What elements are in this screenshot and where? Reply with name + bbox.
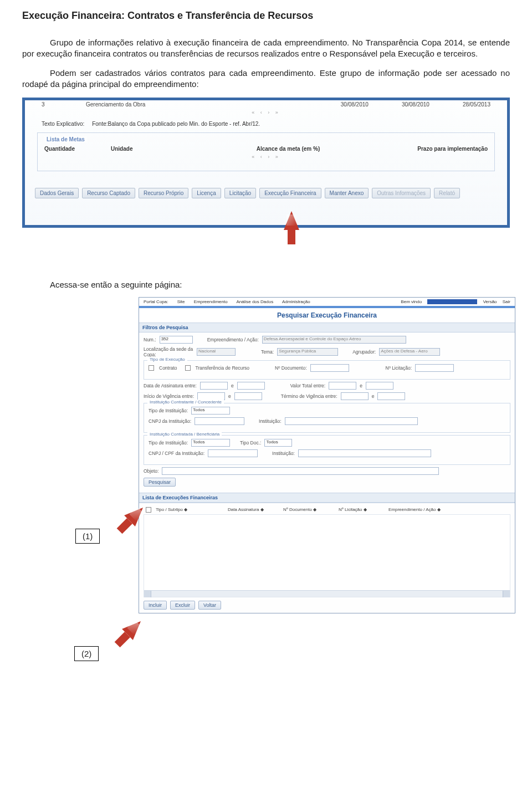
tvig-to[interactable]: [377, 392, 405, 400]
inst2-label: Instituição:: [272, 451, 295, 456]
user-redacted: [427, 299, 477, 304]
row-date-1: 30/08/2010: [341, 101, 369, 108]
nav-admin[interactable]: Administração: [282, 299, 310, 304]
page-title: Execução Financeira: Contratos e Transfe…: [22, 10, 510, 22]
nav-versao[interactable]: Versão: [483, 299, 497, 304]
inst2-input[interactable]: [298, 449, 431, 457]
ivig-to[interactable]: [234, 392, 262, 400]
nav-analise[interactable]: Análise dos Dados: [236, 299, 273, 304]
num-label: Num.:: [144, 337, 156, 342]
tab-relatorio[interactable]: Relató: [434, 188, 460, 198]
tipoinst1-select[interactable]: Todos: [191, 407, 230, 415]
intro-paragraph-1: Grupo de informações relativo à execução…: [22, 37, 510, 60]
ivig-label: Início de Vigência entre:: [144, 393, 194, 399]
tab-manter-anexo[interactable]: Manter Anexo: [325, 188, 369, 198]
vtot-to[interactable]: [366, 382, 393, 390]
col-ndoc[interactable]: Nº Documento ◆: [281, 507, 336, 513]
page-subtitle: Pesquisar Execução Financeira: [139, 308, 515, 323]
voltar-button[interactable]: Voltar: [198, 601, 221, 610]
tab-outras-informacoes[interactable]: Outras Informações: [372, 188, 431, 198]
e-label-1: e: [231, 383, 234, 388]
dass-to[interactable]: [237, 382, 265, 390]
intro-paragraph-3: Acessa-se então a seguinte página:: [50, 280, 510, 289]
nlic-label: Nº Licitação:: [386, 365, 412, 371]
chk-transferencia[interactable]: [185, 365, 191, 371]
inst1-input[interactable]: [285, 417, 418, 425]
tab-execucao-financeira[interactable]: Execução Financeira: [259, 188, 321, 198]
tipodoc-select[interactable]: Todos: [264, 439, 292, 447]
row-name: Gerenciamento da Obra: [86, 101, 308, 108]
dass-from[interactable]: [200, 382, 228, 390]
pager[interactable]: « ‹ › »: [25, 110, 507, 115]
screenshot-2-wrapper: Portal Copa: Site Empreendimento Análise…: [22, 297, 510, 793]
top-nav: Portal Copa: Site Empreendimento Análise…: [139, 298, 515, 306]
loc-input: Nacional: [197, 348, 236, 356]
lista-metas-title: Lista de Metas: [44, 136, 87, 142]
dass-label: Data de Assinatura entre:: [144, 383, 197, 388]
vtot-from[interactable]: [329, 382, 356, 390]
ivig-from[interactable]: [197, 392, 225, 400]
footer-buttons: Incluir Excluir Voltar: [139, 597, 515, 613]
texto-explicativo: Texto Explicativo: Fonte:Balanço da Copa…: [25, 119, 507, 129]
tab-licitacao[interactable]: Licitação: [224, 188, 256, 198]
num-input[interactable]: 352: [160, 336, 193, 344]
chk-contrato[interactable]: [149, 365, 154, 371]
tipoinst2-select[interactable]: Todos: [191, 439, 230, 447]
nav-bemvindo: Bem vindo: [401, 299, 422, 304]
tema-input: Segurança Pública: [277, 348, 338, 356]
lista-cols: Tipo / Subtipo ◆ Data Assinatura ◆ Nº Do…: [144, 505, 510, 514]
nlic-input[interactable]: [415, 364, 454, 372]
ndoc-label: Nº Documento:: [275, 365, 306, 371]
col-alcance: Alcance da meta (em %): [175, 145, 401, 153]
excluir-button[interactable]: Excluir: [170, 601, 195, 610]
nav-sair[interactable]: Sair: [503, 299, 510, 304]
filtros-header: Filtros de Pesquisa: [139, 323, 515, 332]
callout-1: (1): [75, 529, 100, 544]
tipoinst1-label: Tipo de Instituição:: [149, 408, 188, 413]
col-prazo: Prazo para implementação: [401, 145, 490, 153]
obj-input[interactable]: [162, 467, 439, 475]
emp-label: Empreendimento / Ação:: [207, 337, 259, 342]
incluir-button[interactable]: Incluir: [144, 601, 167, 610]
col-tipo[interactable]: Tipo / Subtipo ◆: [154, 507, 226, 513]
nav-portal: Portal Copa:: [144, 299, 168, 304]
ndoc-input[interactable]: [310, 364, 349, 372]
callout-2: (2): [74, 646, 99, 661]
filtros-form: Num.: 352 Empreendimento / Ação: Defesa …: [139, 332, 515, 493]
cnpjcpf2-input[interactable]: [208, 449, 258, 457]
tab-recurso-proprio[interactable]: Recurso Próprio: [139, 188, 188, 198]
metas-header: Quantidade Unidade Alcance da meta (em %…: [42, 145, 490, 153]
vtot-label: Valor Total entre:: [290, 383, 325, 388]
col-emp[interactable]: Empreendimento / Ação ◆: [386, 507, 510, 513]
pager-2[interactable]: « ‹ › »: [42, 154, 490, 160]
inst1-title: Instituição Contratante / Concedente: [147, 400, 224, 405]
emp-input: Defesa Aeroespacial e Controle do Espaço…: [262, 336, 406, 344]
tvig-from[interactable]: [341, 392, 369, 400]
texto-value: Fonte:Balanço da Copa publicado pelo Min…: [92, 121, 260, 127]
cnpj1-input[interactable]: [195, 417, 244, 425]
pesquisar-button[interactable]: Pesquisar: [144, 478, 176, 487]
lista-body[interactable]: [144, 514, 510, 597]
table-row: 3 Gerenciamento da Obra 30/08/2010 30/08…: [25, 100, 507, 109]
tab-dados-gerais[interactable]: Dados Gerais: [35, 188, 79, 198]
screenshot-2: Portal Copa: Site Empreendimento Análise…: [139, 297, 515, 613]
intro-paragraph-2: Podem ser cadastrados vários contratos p…: [22, 68, 510, 90]
horizontal-scrollbar[interactable]: [144, 590, 510, 597]
row-num: 3: [42, 101, 53, 108]
obj-label: Objeto:: [144, 468, 158, 474]
tab-recurso-captado[interactable]: Recurso Captado: [82, 188, 135, 198]
tipo-execucao-title: Tipo de Execução: [147, 357, 187, 362]
nav-empreendimento[interactable]: Empreendimento: [194, 299, 228, 304]
agr-input: Ações de Defesa - Aero: [379, 348, 440, 356]
tab-licenca[interactable]: Licença: [192, 188, 221, 198]
col-data-ass[interactable]: Data Assinatura ◆: [226, 507, 281, 513]
e-label-4: e: [372, 393, 375, 399]
row-date-2: 30/08/2010: [402, 101, 429, 108]
cnpjcpf2-label: CNPJ / CPF da Instituição:: [149, 451, 204, 456]
tabs-row: Dados Gerais Recurso Captado Recurso Pró…: [25, 188, 507, 201]
lista-area: Tipo / Subtipo ◆ Data Assinatura ◆ Nº Do…: [139, 503, 515, 597]
cnpj1-label: CNPJ da Instituição:: [149, 418, 191, 424]
col-nlic[interactable]: Nº Licitação ◆: [336, 507, 386, 513]
inst-contratada-group: Instituição Contratada / Beneficiária Ti…: [144, 435, 510, 465]
nav-site[interactable]: Site: [177, 299, 185, 304]
